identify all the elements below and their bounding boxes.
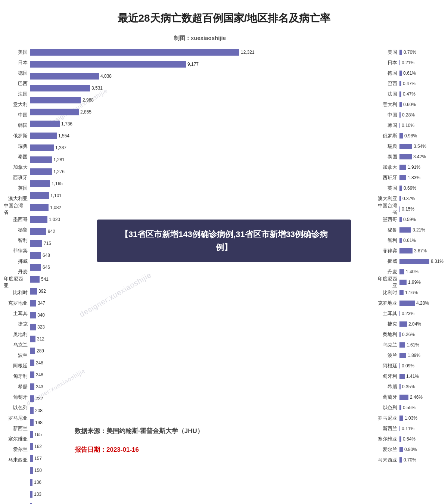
right-bar-wrap: 0.70% (399, 457, 444, 463)
right-value: 0.21% (402, 60, 414, 65)
right-row: 阿根廷0.09% (373, 361, 444, 371)
main-title: 最近28天病亡数超百例国家/地区排名及病亡率 (0, 0, 448, 29)
right-value: 1.03% (405, 416, 417, 421)
right-bar-wrap: 3.54% (399, 144, 444, 149)
right-value: 0.11% (402, 426, 414, 431)
right-bar-wrap: 1.40% (399, 269, 444, 274)
bar (30, 491, 32, 498)
right-country-label: 德国 (373, 70, 399, 77)
right-country-label: 英国 (373, 185, 399, 192)
country-label: 希腊 (18, 382, 28, 392)
popup-overlay: 【31省区市新增143例确诊病例,31省区市新增33例确诊病例】 (97, 220, 351, 262)
country-label: 塞尔维亚 (8, 434, 28, 444)
country-label: 挪威 (18, 256, 28, 267)
right-bar-wrap: 3.21% (399, 227, 444, 233)
right-value: 0.09% (402, 363, 414, 368)
bar-row: 4,038 (30, 71, 370, 81)
right-bar (399, 102, 402, 107)
bar (30, 73, 99, 80)
bar (30, 288, 37, 295)
bar-value: 133 (34, 492, 41, 497)
right-country-label: 意大利 (373, 101, 399, 108)
right-bar (399, 416, 403, 421)
country-label: 波兰 (18, 350, 28, 361)
bar-row: 248 (30, 358, 370, 368)
right-bar-wrap: 1.61% (399, 342, 444, 348)
bar-value: 248 (36, 360, 43, 365)
right-country-label: 奥地利 (373, 331, 399, 338)
bar-row: 133 (30, 489, 370, 500)
right-bar (399, 206, 400, 212)
right-row: 乌克兰1.61% (373, 340, 444, 350)
right-bar (399, 269, 404, 274)
country-label: 菲律宾 (13, 246, 28, 256)
bar-value: 340 (37, 312, 45, 318)
country-label: 阿根廷 (13, 361, 28, 371)
right-row: 韩国0.10% (373, 120, 444, 131)
bar (30, 168, 52, 175)
bar-row: 150 (30, 465, 370, 476)
bar (30, 121, 60, 127)
right-bar (399, 321, 407, 327)
right-country-label: 澳大利亚 (373, 195, 399, 202)
right-country-label: 罗马尼亚 (373, 415, 399, 421)
right-bar (399, 112, 401, 118)
right-country-label: 波兰 (373, 352, 399, 359)
right-country-label: 新西兰 (373, 425, 399, 432)
bar (30, 300, 36, 307)
right-bar (399, 50, 402, 55)
right-bar-wrap: 1.91% (399, 165, 444, 170)
right-country-label: 法国 (373, 91, 399, 97)
country-label: 美国 (18, 47, 28, 57)
right-bar (399, 280, 407, 285)
right-row: 匈牙利1.41% (373, 371, 444, 382)
right-bar (399, 342, 405, 348)
right-value: 0.60% (403, 102, 416, 107)
right-bar-wrap: 0.26% (399, 332, 444, 337)
right-bar (399, 374, 405, 379)
right-value: 0.15% (402, 206, 414, 212)
right-row: 以色列0.55% (373, 402, 444, 413)
right-bar (399, 363, 400, 368)
bar (30, 407, 34, 414)
country-label: 乌克兰 (13, 340, 28, 350)
right-row: 中国0.28% (373, 110, 444, 120)
right-bar-wrap: 0.98% (399, 133, 444, 139)
right-row: 泰国3.42% (373, 152, 444, 162)
bar-row: 3,531 (30, 83, 370, 93)
bar-value: 12,321 (241, 50, 255, 55)
bar-value: 1,020 (49, 217, 60, 222)
right-row: 新西兰0.11% (373, 423, 444, 434)
right-country-label: 阿根廷 (373, 363, 399, 369)
bar (30, 252, 41, 259)
right-bar-wrap: 0.10% (399, 123, 444, 128)
right-bar (399, 332, 401, 337)
right-value: 0.59% (403, 217, 416, 222)
bar-value: 2,988 (83, 97, 94, 103)
country-label: 俄罗斯 (13, 131, 28, 141)
right-value: 3.42% (413, 154, 426, 159)
bar-row: 1,281 (30, 155, 370, 165)
left-labels: 美国日本德国巴西法国意大利中国韩国俄罗斯瑞典泰国加拿大西班牙英国澳大利亚中国台湾… (4, 29, 30, 504)
bar (30, 240, 42, 247)
country-label: 加拿大 (13, 162, 28, 172)
bar-value: 1,554 (58, 133, 69, 139)
right-row: 马来西亚0.70% (373, 455, 444, 465)
right-country-label: 中国 (373, 112, 399, 118)
bar (30, 276, 40, 283)
bar (30, 180, 50, 187)
right-country-label: 中国台湾省 (373, 202, 399, 216)
right-country-label: 塞尔维亚 (373, 436, 399, 442)
bar-value: 1,082 (50, 205, 61, 210)
bar-value: 222 (35, 396, 43, 401)
right-bar-wrap: 0.90% (399, 447, 444, 452)
bar (30, 360, 34, 366)
bar-value: 392 (38, 289, 46, 294)
bar (30, 324, 36, 330)
right-value: 0.69% (404, 186, 416, 191)
bar-value: 1,736 (61, 121, 72, 127)
right-value: 0.26% (402, 332, 415, 337)
right-bar-wrap: 0.21% (399, 60, 444, 65)
right-value: 1.16% (405, 290, 418, 295)
right-value: 0.28% (402, 112, 415, 118)
